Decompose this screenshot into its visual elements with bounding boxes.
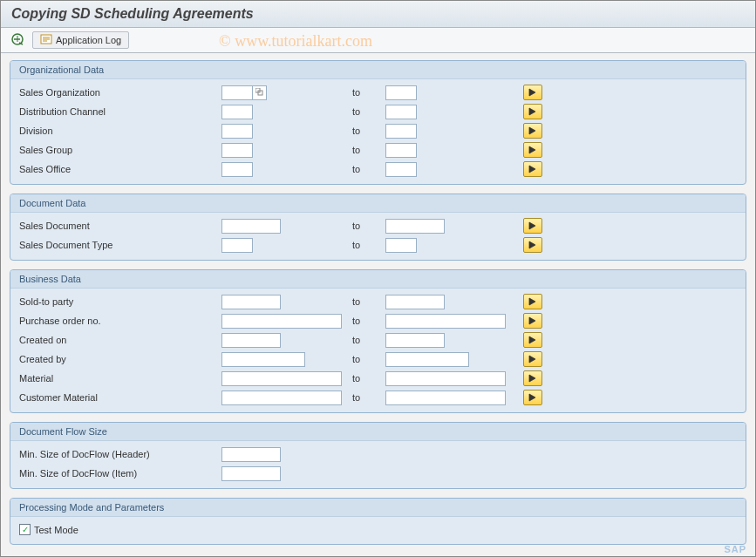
label-customer-material: Customer Material (19, 392, 221, 403)
group-organizational-data: Organizational Data Sales Organization t… (10, 60, 746, 185)
arrow-right-icon (528, 220, 537, 233)
row-distribution-channel: Distribution Channel to (10, 102, 746, 121)
label-docflow-item: Min. Size of DocFlow (Item) (19, 468, 221, 479)
created-by-to-input[interactable] (385, 352, 469, 367)
label-docflow-header: Min. Size of DocFlow (Header) (19, 449, 221, 459)
execute-button[interactable] (10, 32, 27, 48)
row-sales-document-type: Sales Document Type to (10, 235, 746, 255)
arrow-right-icon (528, 125, 537, 138)
purchase-order-to-input[interactable] (385, 314, 506, 329)
sold-to-to-input[interactable] (385, 295, 445, 309)
docflow-item-input[interactable] (221, 466, 281, 481)
value-help-icon[interactable] (253, 85, 267, 100)
label-distribution-channel: Distribution Channel (19, 106, 221, 117)
arrow-right-icon (528, 239, 537, 252)
sales-office-to-input[interactable] (385, 162, 417, 177)
group-title: Organizational Data (10, 61, 746, 79)
to-label: to (352, 316, 385, 326)
distribution-channel-from-input[interactable] (221, 105, 253, 119)
division-from-input[interactable] (221, 124, 253, 139)
multiple-selection-button[interactable] (523, 218, 542, 234)
toolbar: Application Log (1, 28, 755, 53)
multiple-selection-button[interactable] (523, 390, 542, 405)
multiple-selection-button[interactable] (523, 161, 542, 177)
multiple-selection-button[interactable] (523, 142, 542, 158)
arrow-right-icon (528, 144, 537, 157)
row-test-mode: ✓ Test Mode (10, 520, 746, 539)
row-docflow-header: Min. Size of DocFlow (Header) (10, 445, 746, 464)
row-division: Division to (10, 121, 746, 140)
sold-to-from-input[interactable] (221, 295, 281, 309)
label-sold-to-party: Sold-to party (19, 296, 221, 307)
multiple-selection-button[interactable] (523, 237, 542, 253)
to-label: to (352, 335, 385, 345)
group-title: Business Data (10, 270, 746, 289)
sales-document-type-from-input[interactable] (221, 238, 253, 253)
execute-icon (11, 33, 25, 48)
row-purchase-order: Purchase order no. to (10, 311, 746, 330)
to-label: to (352, 87, 385, 98)
sales-document-from-input[interactable] (221, 219, 281, 234)
customer-material-to-input[interactable] (385, 391, 506, 405)
arrow-right-icon (528, 315, 537, 328)
division-to-input[interactable] (385, 124, 417, 139)
to-label: to (352, 296, 385, 307)
created-on-from-input[interactable] (221, 333, 281, 348)
label-sales-office: Sales Office (19, 164, 221, 174)
multiple-selection-button[interactable] (523, 123, 542, 139)
arrow-right-icon (528, 86, 537, 99)
arrow-right-icon (528, 353, 537, 366)
multiple-selection-button[interactable] (523, 370, 542, 386)
multiple-selection-button[interactable] (523, 332, 542, 348)
to-label: to (352, 126, 385, 136)
group-title: Processing Mode and Parameters (10, 499, 746, 517)
sales-group-from-input[interactable] (221, 143, 253, 158)
sales-document-to-input[interactable] (385, 219, 445, 234)
arrow-right-icon (528, 105, 537, 119)
multiple-selection-button[interactable] (523, 313, 542, 329)
row-sales-organization: Sales Organization to (10, 83, 746, 102)
to-label: to (352, 354, 385, 364)
row-sales-document: Sales Document to (10, 216, 746, 235)
to-label: to (352, 240, 385, 250)
purchase-order-from-input[interactable] (221, 314, 342, 329)
material-from-input[interactable] (221, 371, 342, 386)
row-sold-to-party: Sold-to party to (10, 292, 746, 311)
multiple-selection-button[interactable] (523, 351, 542, 367)
log-icon (40, 34, 52, 46)
sales-office-from-input[interactable] (221, 162, 253, 177)
main-content: Organizational Data Sales Organization t… (1, 53, 755, 557)
group-document-flow-size: Document Flow Size Min. Size of DocFlow … (10, 422, 746, 489)
test-mode-checkbox[interactable]: ✓ (19, 524, 31, 535)
application-log-label: Application Log (56, 35, 121, 45)
label-sales-group: Sales Group (19, 145, 221, 155)
sales-organization-from-input[interactable] (221, 85, 253, 100)
arrow-right-icon (528, 391, 537, 404)
created-on-to-input[interactable] (385, 333, 445, 348)
group-processing-mode: Processing Mode and Parameters ✓ Test Mo… (10, 498, 746, 545)
application-log-button[interactable]: Application Log (32, 31, 129, 49)
label-material: Material (19, 373, 221, 384)
sales-group-to-input[interactable] (385, 143, 417, 158)
to-label: to (352, 145, 385, 155)
sap-logo: SAP (724, 544, 746, 554)
row-material: Material to (10, 369, 746, 388)
distribution-channel-to-input[interactable] (385, 105, 417, 119)
label-sales-document-type: Sales Document Type (19, 240, 221, 250)
label-division: Division (19, 126, 221, 136)
to-label: to (352, 373, 385, 384)
created-by-from-input[interactable] (221, 352, 305, 367)
material-to-input[interactable] (385, 371, 506, 386)
docflow-header-input[interactable] (221, 447, 281, 462)
multiple-selection-button[interactable] (523, 104, 542, 119)
sales-organization-to-input[interactable] (385, 85, 417, 100)
arrow-right-icon (528, 295, 537, 309)
sales-document-type-to-input[interactable] (385, 238, 417, 253)
group-document-data: Document Data Sales Document to Sales Do… (10, 194, 746, 261)
label-sales-document: Sales Document (19, 221, 221, 231)
customer-material-from-input[interactable] (221, 391, 342, 405)
multiple-selection-button[interactable] (523, 294, 542, 309)
to-label: to (352, 106, 385, 117)
multiple-selection-button[interactable] (523, 85, 542, 100)
label-sales-organization: Sales Organization (19, 87, 221, 98)
